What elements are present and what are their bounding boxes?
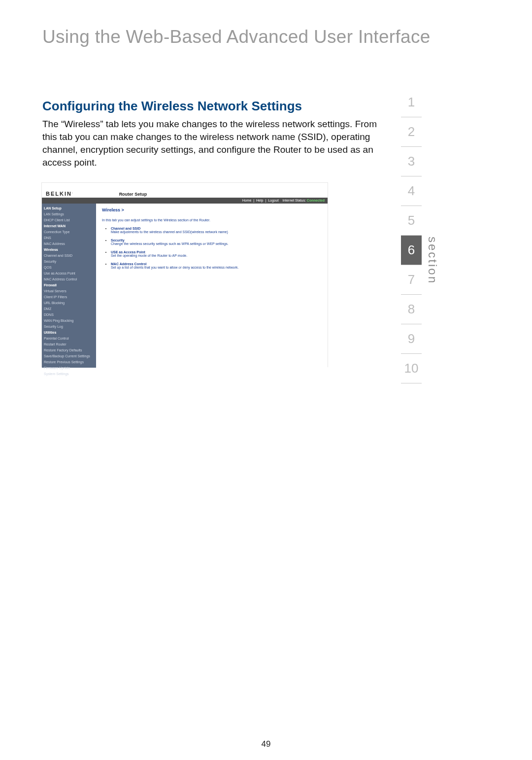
internet-status-value: Connected <box>307 199 325 202</box>
brand-logo: BELKIN. <box>46 191 74 197</box>
section-nav-item-8[interactable]: 8 <box>401 295 422 324</box>
router-main: Wireless > In this tab you can adjust se… <box>96 204 328 368</box>
bullet-desc: Make adjustments to the wireless channel… <box>111 230 322 234</box>
router-title: Router Setup <box>119 192 147 197</box>
bullet-title[interactable]: Security <box>111 239 125 242</box>
section-title: Configuring the Wireless Network Setting… <box>42 99 302 114</box>
bullet-desc: Set up a list of clients that you want t… <box>111 266 322 269</box>
section-nav-item-7[interactable]: 7 <box>401 265 422 295</box>
brand-logo-sub: . <box>72 191 74 194</box>
status-home-link[interactable]: Home <box>242 199 252 202</box>
breadcrumb: Wireless > <box>102 207 322 212</box>
section-nav-item-2[interactable]: 2 <box>401 117 422 147</box>
section-nav-item-9[interactable]: 9 <box>401 324 422 354</box>
body-text: The “Wireless” tab lets you make changes… <box>42 118 387 169</box>
section-label: section <box>426 237 439 284</box>
bullet-desc: Set the operating mode of the Router to … <box>111 254 322 257</box>
router-body: LAN SetupLAN SettingsDHCP Client ListInt… <box>42 204 328 368</box>
list-item: USE as Access PointSet the operating mod… <box>111 250 322 257</box>
sidebar-item: Internet WAN <box>44 223 94 229</box>
router-ui-screenshot: BELKIN. Router Setup Home | Help | Logou… <box>41 182 328 367</box>
sidebar-item[interactable]: DDNS <box>44 312 94 318</box>
sidebar-item[interactable]: MAC Address Control <box>44 276 94 282</box>
sidebar-item[interactable]: Channel and SSID <box>44 253 94 259</box>
main-description: In this tab you can adjust settings to t… <box>102 218 322 222</box>
sidebar-item[interactable]: Use as Access Point <box>44 271 94 276</box>
internet-status-label: Internet Status: <box>282 199 305 202</box>
list-item: SecurityChange the wireless security set… <box>111 239 322 245</box>
sidebar-item[interactable]: System Settings <box>44 371 94 377</box>
sidebar-item[interactable]: Restore Previous Settings <box>44 359 94 365</box>
page-header: Using the Web-Based Advanced User Interf… <box>42 27 431 47</box>
sidebar-item[interactable]: Restart Router <box>44 342 94 347</box>
section-nav: 12345678910 <box>401 88 422 383</box>
sidebar-item: Firewall <box>44 282 94 288</box>
sidebar-item[interactable]: Virtual Servers <box>44 288 94 294</box>
sidebar-item[interactable]: Restore Factory Defaults <box>44 347 94 353</box>
sidebar-item[interactable]: Security <box>44 259 94 265</box>
separator: | <box>252 199 255 202</box>
section-nav-item-4[interactable]: 4 <box>401 176 422 206</box>
sidebar-item: Wireless <box>44 247 94 253</box>
status-help-link[interactable]: Help <box>256 199 263 202</box>
bullet-title[interactable]: USE as Access Point <box>111 250 145 254</box>
sidebar-item[interactable]: Connection Type <box>44 229 94 235</box>
bullet-desc: Change the wireless security settings su… <box>111 242 322 245</box>
sidebar-item[interactable]: DMZ <box>44 306 94 312</box>
sidebar-item[interactable]: WAN Ping Blocking <box>44 318 94 324</box>
bullet-list: Channel and SSIDMake adjustments to the … <box>102 227 322 269</box>
section-nav-item-5[interactable]: 5 <box>401 206 422 236</box>
sidebar-item[interactable]: DHCP Client List <box>44 217 94 223</box>
bullet-title[interactable]: MAC Address Control <box>111 262 146 266</box>
separator: | <box>264 199 267 202</box>
sidebar-item[interactable]: Firmware Update <box>44 365 94 371</box>
sidebar-item: Utilities <box>44 330 94 336</box>
sidebar-item[interactable]: Save/Backup Current Settings <box>44 353 94 359</box>
sidebar-item[interactable]: Parental Control <box>44 336 94 342</box>
sidebar-item[interactable]: Client IP Filters <box>44 294 94 300</box>
section-nav-item-3[interactable]: 3 <box>401 147 422 176</box>
sidebar-item[interactable]: LAN Settings <box>44 211 94 217</box>
section-nav-item-6[interactable]: 6 <box>401 236 422 265</box>
sidebar-item[interactable]: MAC Address <box>44 241 94 247</box>
sidebar-item[interactable]: URL Blocking <box>44 300 94 306</box>
sidebar-item: LAN Setup <box>44 206 94 211</box>
router-header: BELKIN. Router Setup <box>42 183 328 198</box>
list-item: MAC Address ControlSet up a list of clie… <box>111 262 322 269</box>
page-number: 49 <box>0 739 532 749</box>
section-nav-item-10[interactable]: 10 <box>401 354 422 383</box>
router-statusbar: Home | Help | Logout Internet Status: Co… <box>42 198 328 204</box>
status-logout-link[interactable]: Logout <box>268 199 278 202</box>
list-item: Channel and SSIDMake adjustments to the … <box>111 227 322 234</box>
router-sidebar: LAN SetupLAN SettingsDHCP Client ListInt… <box>42 204 96 368</box>
sidebar-item[interactable]: Security Log <box>44 324 94 330</box>
section-nav-item-1[interactable]: 1 <box>401 88 422 117</box>
bullet-title[interactable]: Channel and SSID <box>111 227 140 230</box>
sidebar-item[interactable]: DNS <box>44 235 94 241</box>
sidebar-item[interactable]: QOS <box>44 265 94 271</box>
brand-logo-text: BELKIN <box>46 191 72 197</box>
